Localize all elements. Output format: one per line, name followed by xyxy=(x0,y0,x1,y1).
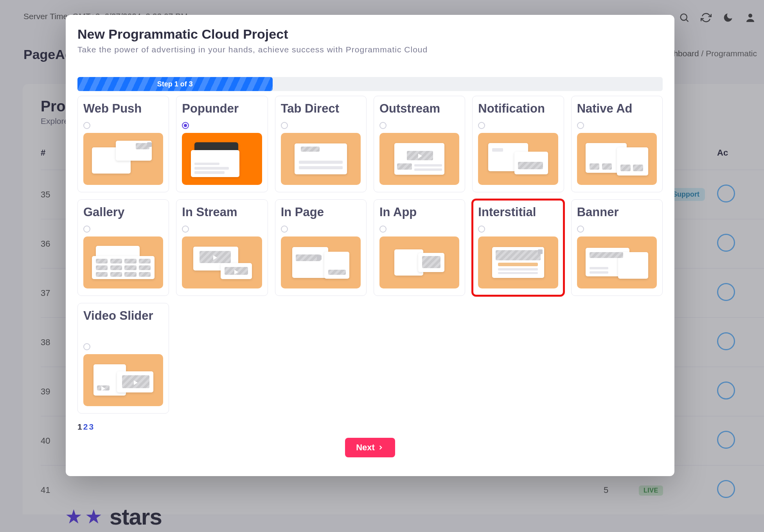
option-thumbnail xyxy=(83,354,163,406)
option-radio[interactable] xyxy=(182,122,189,129)
option-radio[interactable] xyxy=(83,343,90,350)
option-thumbnail xyxy=(478,133,558,185)
option-thumbnail xyxy=(182,236,262,288)
option-label: In App xyxy=(379,205,459,222)
option-card-tab-direct[interactable]: Tab Direct xyxy=(275,96,367,192)
pager-page-2[interactable]: 2 xyxy=(83,422,89,431)
option-thumbnail xyxy=(182,133,262,185)
option-radio[interactable] xyxy=(478,226,485,233)
option-thumbnail xyxy=(281,236,361,288)
option-label: Video Slider xyxy=(83,309,163,339)
modal-subtitle: Take the power of advertising in your ha… xyxy=(77,45,663,54)
option-card-notification[interactable]: Notification xyxy=(472,96,564,192)
option-label: In Page xyxy=(281,205,361,222)
option-card-in-app[interactable]: In App xyxy=(374,199,465,296)
chevron-right-icon xyxy=(377,444,384,451)
option-label: Interstitial xyxy=(478,205,558,222)
option-label: In Stream xyxy=(182,205,262,222)
option-thumbnail xyxy=(83,133,163,185)
option-card-gallery[interactable]: Gallery xyxy=(77,199,169,296)
pager-page-3[interactable]: 3 xyxy=(89,422,95,431)
step-progress: Step 1 of 3 xyxy=(77,77,663,91)
pager-page-1[interactable]: 1 xyxy=(77,422,83,431)
option-label: Outstream xyxy=(379,102,459,118)
new-project-modal: New Programmatic Cloud Project Take the … xyxy=(66,15,674,476)
option-radio[interactable] xyxy=(379,122,386,129)
option-thumbnail xyxy=(577,236,657,288)
option-thumbnail xyxy=(379,133,459,185)
option-card-banner[interactable]: Banner xyxy=(571,199,663,296)
option-thumbnail xyxy=(83,236,163,288)
next-button-label: Next xyxy=(356,442,375,453)
option-card-native-ad[interactable]: Native Ad xyxy=(571,96,663,192)
option-label: Native Ad xyxy=(577,102,657,118)
option-radio[interactable] xyxy=(281,122,288,129)
step-progress-fill: Step 1 of 3 xyxy=(77,77,273,91)
option-thumbnail xyxy=(478,236,558,288)
option-card-interstitial[interactable]: Interstitial xyxy=(472,199,564,296)
modal-title: New Programmatic Cloud Project xyxy=(77,27,663,42)
option-card-outstream[interactable]: Outstream xyxy=(374,96,465,192)
option-card-in-page[interactable]: In Page xyxy=(275,199,367,296)
option-card-popunder[interactable]: Popunder xyxy=(176,96,268,192)
option-radio[interactable] xyxy=(577,122,584,129)
option-card-in-stream[interactable]: In Stream xyxy=(176,199,268,296)
option-radio[interactable] xyxy=(478,122,485,129)
option-label: Gallery xyxy=(83,205,163,222)
next-button[interactable]: Next xyxy=(345,438,395,457)
option-label: Tab Direct xyxy=(281,102,361,118)
option-label: Popunder xyxy=(182,102,262,118)
option-radio[interactable] xyxy=(182,226,189,233)
option-label: Web Push xyxy=(83,102,163,118)
option-radio[interactable] xyxy=(577,226,584,233)
option-label: Notification xyxy=(478,102,558,118)
pager: 123 xyxy=(77,422,663,432)
option-radio[interactable] xyxy=(83,226,90,233)
option-card-web-push[interactable]: Web Push xyxy=(77,96,169,192)
option-card-video-slider[interactable]: Video Slider xyxy=(77,303,169,414)
option-label: Banner xyxy=(577,205,657,222)
option-radio[interactable] xyxy=(281,226,288,233)
option-thumbnail xyxy=(577,133,657,185)
option-radio[interactable] xyxy=(83,122,90,129)
option-thumbnail xyxy=(379,236,459,288)
option-radio[interactable] xyxy=(379,226,386,233)
option-thumbnail xyxy=(281,133,361,185)
